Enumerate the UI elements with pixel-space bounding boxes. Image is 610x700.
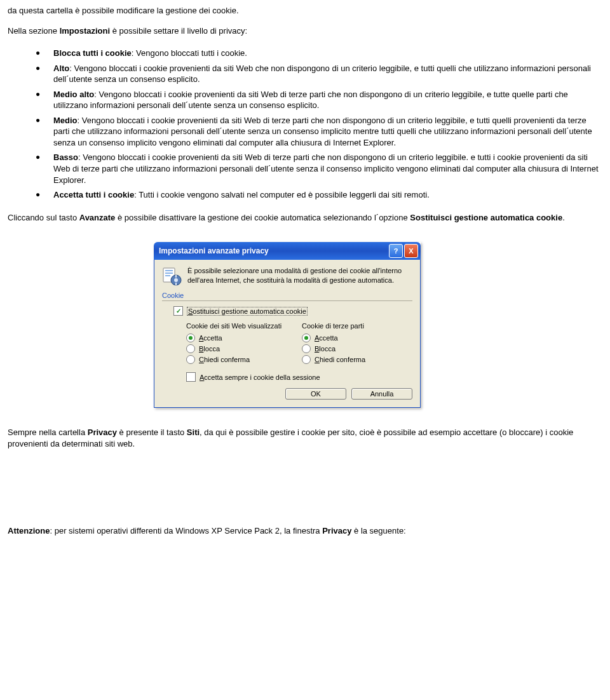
text: . [562, 213, 565, 222]
fp-block-radio[interactable]: Blocca [186, 344, 297, 353]
item-head: Medio alto [53, 90, 94, 99]
text: ccetta sempre i cookie della sessione [204, 374, 320, 381]
text: hiedi conferma [204, 356, 250, 363]
radio-icon [186, 333, 195, 342]
text: locca [203, 345, 220, 353]
close-button[interactable]: X [404, 244, 418, 258]
svg-rect-7 [175, 283, 177, 285]
list-item: Alto: Vengono bloccati i cookie provenie… [36, 63, 602, 85]
item-head: Basso [53, 152, 78, 162]
divider [162, 300, 412, 301]
text: Cliccando sul tasto [8, 213, 79, 222]
text: : per sistemi operativi differenti da Wi… [50, 526, 322, 535]
text: è possibile disattivare la gestione dei … [115, 213, 410, 222]
item-text: : Vengono bloccati i cookie provenienti … [53, 116, 592, 147]
list-item: Blocca tutti i cookie: Vengono bloccati … [36, 48, 602, 59]
text-bold: Impostazioni [60, 26, 110, 36]
titlebar[interactable]: Impostazioni avanzate privacy ? X [154, 242, 421, 260]
dialog-intro: È possibile selezionare una modalità di … [187, 266, 412, 285]
privacy-advanced-dialog: Impostazioni avanzate privacy ? X [154, 242, 421, 408]
list-item: Medio alto: Vengono bloccati i cookie pr… [36, 89, 602, 111]
help-button[interactable]: ? [389, 244, 403, 258]
intro-line2: Nella sezione Impostazioni è possibile s… [8, 25, 602, 37]
text: è possibile settare il livello di privac… [110, 26, 247, 36]
list-item: Accetta tutti i cookie: Tutti i cookie v… [36, 189, 602, 201]
radio-label: Blocca [199, 345, 220, 353]
help-icon: ? [394, 247, 398, 255]
col1-title: Cookie dei siti Web visualizzati [186, 322, 297, 330]
text: Sempre nella cartella [8, 427, 88, 437]
dialog-title: Impostazioni avanzate privacy [159, 246, 388, 255]
mnemonic: C [199, 356, 204, 363]
text: è presente il tasto [117, 427, 187, 437]
item-text: : Tutti i cookie vengono salvati nel com… [134, 190, 430, 199]
cancel-button[interactable]: Annulla [351, 388, 412, 400]
third-party-column: Cookie di terze parti Accetta Blocca Chi… [302, 322, 412, 366]
item-text: : Vengono bloccati i cookie provenienti … [53, 152, 599, 184]
first-party-column: Cookie dei siti Web visualizzati Accetta… [186, 322, 297, 366]
radio-icon [302, 333, 311, 342]
item-head: Blocca tutti i cookie [53, 48, 132, 58]
list-item: Basso: Vengono bloccati i cookie proveni… [36, 152, 602, 185]
fp-prompt-radio[interactable]: Chiedi conferma [186, 355, 297, 364]
item-head: Alto [53, 64, 69, 73]
svg-rect-6 [175, 275, 177, 278]
override-checkbox-row[interactable]: ✓ Sostituisci gestione automatica cookie [173, 306, 412, 316]
text: locca [319, 345, 336, 353]
radio-icon [302, 355, 311, 364]
text-bold: Sostituisci gestione automatica cookie [410, 213, 562, 222]
text-bold: Privacy [88, 427, 117, 437]
cookie-section-label: Cookie [162, 292, 412, 299]
mnemonic: C [315, 356, 320, 363]
radio-label: Accetta [199, 334, 222, 342]
text: è la seguente: [351, 526, 405, 535]
list-item: Medio: Vengono bloccati i cookie proveni… [36, 115, 602, 149]
text-bold: Avanzate [79, 213, 116, 222]
item-head: Medio [53, 116, 78, 125]
svg-rect-2 [165, 273, 173, 274]
session-checkbox-row[interactable]: ✓ Accetta sempre i cookie della sessione [186, 372, 412, 382]
intro-line1: da questa cartella è possibile modificar… [8, 5, 602, 17]
item-text: : Vengono bloccati i cookie provenienti … [53, 90, 568, 111]
radio-icon [186, 355, 195, 364]
radio-icon [302, 344, 311, 353]
ok-button[interactable]: OK [285, 388, 346, 400]
text: ostituisci gestione automatica cookie [193, 307, 306, 315]
dialog-body: È possibile selezionare una modalità di … [154, 260, 421, 408]
radio-label: Blocca [315, 345, 336, 353]
session-label: Accetta sempre i cookie della sessione [200, 374, 320, 381]
advanced-paragraph: Cliccando sul tasto Avanzate è possibile… [8, 212, 602, 224]
radio-label: Chiedi conferma [315, 356, 365, 363]
text: hiedi conferma [320, 356, 365, 363]
radio-label: Chiedi conferma [199, 356, 250, 363]
session-checkbox[interactable]: ✓ [186, 372, 196, 382]
close-icon: X [409, 247, 413, 255]
override-label: Sostituisci gestione automatica cookie [187, 307, 308, 315]
svg-rect-1 [165, 270, 173, 271]
svg-point-5 [174, 278, 178, 282]
item-head: Accetta tutti i cookie [53, 190, 134, 199]
radio-icon [186, 344, 195, 353]
fp-accept-radio[interactable]: Accetta [186, 333, 297, 342]
radio-label: Accetta [315, 334, 338, 342]
svg-rect-3 [165, 275, 170, 276]
tp-block-radio[interactable]: Blocca [302, 344, 412, 353]
text-bold: Siti [187, 427, 200, 437]
text-bold: Privacy [322, 526, 351, 535]
item-text: : Vengono bloccati i cookie provenienti … [53, 64, 591, 84]
text: Nella sezione [8, 26, 60, 36]
text: ccetta [203, 334, 222, 342]
item-text: : Vengono bloccati tutti i cookie. [132, 48, 247, 58]
override-checkbox[interactable]: ✓ [173, 306, 183, 316]
cookie-settings-icon [162, 266, 182, 286]
footer-note: Attenzione: per sistemi operativi differ… [8, 525, 602, 537]
text-bold: Attenzione [8, 526, 50, 535]
tp-accept-radio[interactable]: Accetta [302, 333, 412, 342]
col2-title: Cookie di terze parti [302, 322, 412, 330]
text: ccetta [319, 334, 337, 342]
sites-paragraph: Sempre nella cartella Privacy è presente… [8, 427, 602, 449]
privacy-levels-list: Blocca tutti i cookie: Vengono bloccati … [8, 48, 602, 201]
tp-prompt-radio[interactable]: Chiedi conferma [302, 355, 412, 364]
